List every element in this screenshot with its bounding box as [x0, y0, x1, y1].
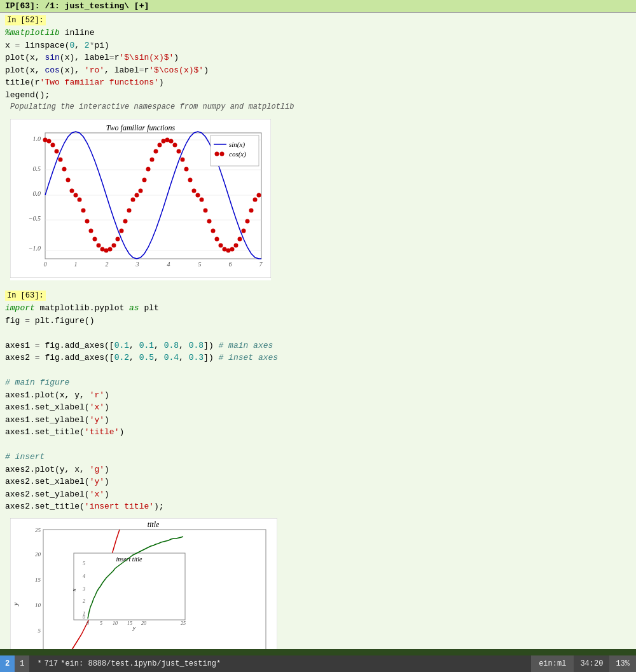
svg-point-34 [93, 237, 97, 242]
svg-point-45 [135, 193, 139, 198]
svg-text:x: x [71, 589, 77, 592]
svg-point-33 [89, 229, 93, 233]
svg-text:insert title: insert title [116, 556, 142, 563]
svg-point-26 [62, 167, 67, 172]
svg-point-40 [116, 237, 120, 242]
svg-point-64 [207, 219, 212, 224]
status-filepath: *ein: 8888/test.ipynb/just_testing* [60, 659, 221, 668]
svg-point-67 [219, 243, 223, 248]
svg-point-38 [108, 247, 113, 252]
svg-point-28 [70, 189, 74, 193]
svg-point-51 [158, 143, 162, 147]
svg-point-65 [211, 229, 216, 233]
svg-text:10: 10 [35, 602, 41, 608]
svg-text:1.0: 1.0 [33, 135, 41, 142]
svg-point-41 [120, 229, 124, 233]
svg-text:5: 5 [198, 261, 202, 268]
svg-point-25 [59, 158, 63, 162]
svg-point-56 [177, 149, 181, 154]
svg-text:0: 0 [44, 261, 47, 268]
svg-point-35 [97, 243, 101, 248]
svg-text:25: 25 [35, 527, 41, 533]
svg-text:25: 25 [181, 621, 186, 626]
status-percent: 13% [609, 655, 636, 672]
svg-point-55 [173, 143, 177, 147]
status-modified: * [37, 659, 41, 668]
svg-point-23 [51, 143, 55, 147]
notebook[interactable]: In [52]: %matplotlib inline x = linspace… [0, 13, 636, 649]
svg-point-29 [74, 193, 78, 198]
svg-point-75 [249, 209, 254, 213]
status-bufnum: 717 [45, 659, 59, 668]
status-num2: 1 [15, 655, 29, 672]
svg-text:4: 4 [83, 573, 85, 579]
svg-point-52 [162, 139, 166, 144]
svg-text:5: 5 [100, 621, 102, 626]
svg-point-24 [55, 149, 59, 154]
svg-point-57 [181, 158, 185, 162]
svg-text:5: 5 [83, 561, 85, 566]
svg-text:5: 5 [38, 627, 41, 634]
svg-point-50 [154, 149, 158, 154]
cell-52: In [52]: %matplotlib inline x = linspace… [0, 13, 636, 288]
sin-cos-chart: Two familiar functions 1.0 0.5 0.0 −0.5 … [10, 119, 271, 278]
svg-text:−1.0: −1.0 [29, 245, 41, 252]
svg-text:y: y [132, 624, 135, 631]
svg-text:sin(x): sin(x) [229, 141, 245, 149]
cell-63-label[interactable]: In [63]: [5, 291, 46, 301]
svg-text:0: 0 [83, 614, 85, 620]
svg-text:10: 10 [113, 621, 118, 626]
svg-point-43 [127, 209, 132, 213]
cell-52-code: %matplotlib inline x = linspace(0, 2*pi)… [5, 27, 631, 101]
svg-text:4: 4 [167, 261, 170, 268]
cell-52-output: Populating the interactive namespace fro… [5, 101, 631, 114]
main-inset-chart: title y x 25 20 15 10 5 0 0 1 2 3 4 [10, 518, 277, 650]
svg-text:0: 0 [86, 621, 89, 626]
svg-point-58 [184, 167, 189, 172]
svg-text:0.5: 0.5 [33, 165, 41, 172]
svg-point-69 [226, 249, 231, 253]
svg-text:−0.5: −0.5 [29, 215, 41, 222]
svg-point-46 [139, 189, 143, 193]
status-right: 34:20 13% [574, 655, 636, 672]
svg-point-36 [100, 247, 105, 252]
svg-point-82 [220, 152, 225, 156]
svg-point-21 [43, 138, 48, 142]
cell-52-label[interactable]: In [52]: [5, 15, 46, 25]
svg-point-81 [215, 152, 219, 156]
title-bar: IP[63]: /1: just_testing\ [+] [0, 0, 636, 13]
plot-2: title y x 25 20 15 10 5 0 0 1 2 3 4 [10, 518, 277, 650]
svg-point-22 [47, 139, 52, 144]
svg-point-27 [66, 178, 71, 182]
cell-63-code: import matplotlib.pyplot as plt fig = pl… [5, 302, 631, 513]
status-num1: 2 [0, 655, 15, 672]
svg-point-42 [123, 219, 128, 224]
svg-point-39 [112, 243, 116, 248]
svg-point-60 [192, 189, 197, 193]
svg-point-37 [104, 249, 109, 253]
svg-text:1: 1 [74, 261, 78, 268]
svg-text:20: 20 [141, 621, 146, 626]
svg-text:cos(x): cos(x) [229, 150, 246, 158]
svg-point-53 [165, 138, 170, 142]
svg-point-48 [146, 167, 151, 172]
svg-point-44 [131, 198, 135, 202]
svg-point-71 [234, 243, 238, 248]
cell-63: In [63]: import matplotlib.pyplot as plt… [0, 288, 636, 649]
svg-point-61 [196, 193, 200, 198]
svg-text:y: y [11, 602, 19, 606]
svg-point-73 [242, 229, 246, 233]
svg-point-31 [81, 209, 86, 213]
status-bar: 2 1 * 717 *ein: 8888/test.ipynb/just_tes… [0, 655, 636, 672]
title-text: IP[63]: /1: just_testing\ [+] [5, 1, 149, 11]
svg-text:15: 15 [127, 621, 132, 626]
svg-text:3: 3 [82, 586, 85, 592]
svg-point-62 [200, 198, 204, 202]
svg-point-74 [245, 219, 250, 224]
svg-point-66 [215, 237, 219, 242]
svg-text:Two familiar functions: Two familiar functions [106, 123, 176, 132]
svg-text:2: 2 [106, 261, 109, 268]
status-filename: * 717 *ein: 8888/test.ipynb/just_testing… [29, 655, 531, 672]
svg-point-47 [142, 178, 147, 182]
svg-point-59 [188, 178, 193, 182]
